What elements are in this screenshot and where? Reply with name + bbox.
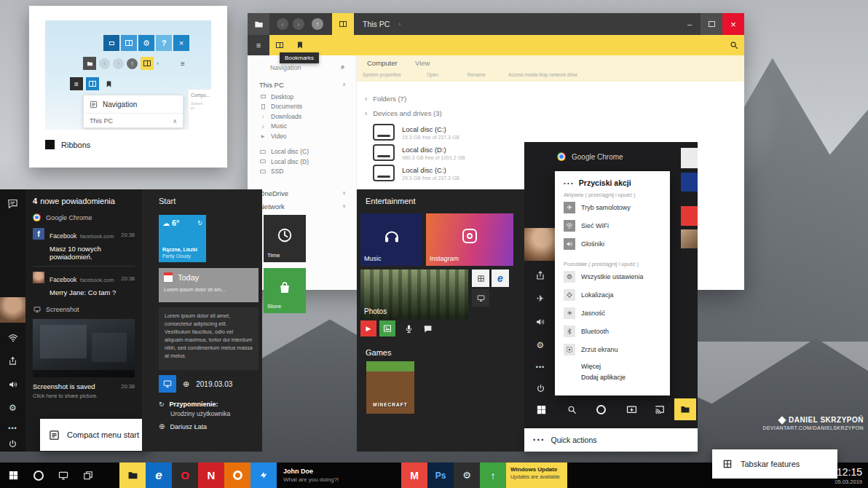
tabskar-card[interactable]: Tabskar features [712, 449, 837, 479]
up-button[interactable]: ↑ [312, 18, 323, 30]
airplane-icon[interactable]: ✈ [534, 293, 546, 304]
cortana-icon[interactable] [595, 404, 607, 415]
navigation-location[interactable]: This PC [90, 117, 113, 125]
menu-button[interactable]: ≡ [248, 35, 269, 55]
explorer-shortcut[interactable] [674, 398, 696, 420]
screenshot-thumbnail[interactable] [33, 319, 135, 377]
qa-speakers[interactable]: Głośniki [564, 235, 661, 253]
active-tab-icon[interactable] [332, 13, 354, 35]
notes-tile[interactable]: Lorem ipsum dolor sit amet, consectetur … [159, 307, 259, 370]
ribbon-action-map-network-drive[interactable]: Map network drive [539, 72, 577, 77]
qa-location[interactable]: Lokalizacja [564, 286, 661, 304]
pin-icon[interactable] [339, 64, 346, 71]
taskbar-gmail-button[interactable]: M [401, 463, 427, 488]
quick-actions-bar[interactable]: • • • Quick actions [524, 428, 698, 452]
taskbar-clock[interactable]: 12:15 05.03.2019 [835, 466, 868, 485]
cast-icon[interactable] [653, 403, 666, 416]
sidebar-item-documents[interactable]: Documents [248, 102, 356, 112]
gear-icon[interactable]: ⚙ [7, 402, 18, 413]
chevron-up-icon[interactable]: ∧ [173, 118, 177, 125]
ribbon-action-access-media[interactable]: Access media [508, 72, 537, 77]
taskbar-edge-button[interactable]: e [146, 463, 172, 488]
refresh-icon[interactable]: ↻ [197, 220, 202, 227]
notification-item[interactable]: Facebook facebook.com 20:38 Merry Jane: … [33, 272, 135, 296]
taskbar-messenger-button[interactable] [250, 463, 277, 488]
sidebar-item-downloads[interactable]: ↓Downloads [248, 111, 356, 122]
sidebar-section-onedrive[interactable]: OneDrive ∨ [248, 186, 356, 200]
add-icon[interactable]: ⊕ [183, 379, 189, 389]
reminder-tile[interactable]: ↻ Przypomnienie: Urodziny użytkownika ⊕ … [159, 401, 259, 430]
mic-button[interactable] [401, 320, 417, 337]
screenshot-saved-subtitle[interactable]: Click here to share picture. [33, 393, 135, 399]
minimize-button[interactable]: – [679, 13, 701, 35]
power-icon[interactable] [7, 438, 18, 449]
more-dots-icon[interactable]: ••• [533, 363, 548, 371]
add-apps-link[interactable]: Dodaj aplikacje [581, 374, 661, 381]
taskbar-update-icon[interactable]: ↑ [480, 463, 506, 488]
maximize-button[interactable] [701, 13, 722, 35]
start-button[interactable] [534, 403, 548, 416]
qa-bluetooth[interactable]: Bluetooth [564, 322, 661, 340]
ribbon-action-system-properties[interactable]: System properties [363, 72, 401, 77]
chat-button[interactable] [419, 320, 435, 337]
speaker-icon[interactable] [7, 379, 18, 390]
drive-item[interactable]: Local disc (C:)29.3 GB free of 237.3 GB [373, 165, 459, 181]
notification-item[interactable]: f Facebook facebook.com 20:38 Masz 10 no… [33, 228, 135, 261]
back-button[interactable]: ‹ [277, 18, 288, 30]
gear-icon[interactable]: ⚙ [534, 339, 546, 351]
sidebar-item-desktop[interactable]: Desktop [248, 92, 356, 102]
share-icon[interactable] [534, 269, 546, 281]
screenshot-saved-title[interactable]: Screenshot is saved [33, 382, 95, 390]
sidebar-section-this-pc[interactable]: This PC ∧ [248, 77, 356, 92]
drive-item[interactable]: Local disc (C:)15.3 GB free of 237.3 GB [373, 124, 459, 141]
add-icon[interactable]: ⊕ [159, 422, 165, 430]
ribbon-tab-computer[interactable]: Computer [367, 59, 398, 67]
user-avatar[interactable] [0, 297, 25, 323]
messenger-status-area[interactable]: John Doe What are you doing?! [283, 468, 339, 483]
power-icon[interactable] [534, 382, 546, 394]
breadcrumb[interactable]: This PC [363, 20, 390, 28]
more-link[interactable]: Więcej [581, 363, 661, 370]
screen-app-tile[interactable] [472, 289, 489, 307]
more-dots-icon[interactable]: ••• [6, 424, 20, 433]
minecraft-tile[interactable]: MINECRAFT [366, 361, 414, 414]
edge-app-tile[interactable]: e [492, 269, 509, 287]
drives-group-header[interactable]: ∧ Devices and drives (3) [364, 109, 442, 117]
compact-start-label[interactable]: Compact menu start [40, 419, 149, 451]
close-button[interactable]: × [722, 13, 744, 35]
taskbar-netflix-button[interactable]: N [198, 463, 224, 488]
folders-group-header[interactable]: ∨ Folders (7) [364, 95, 406, 103]
sidebar-item-music[interactable]: ♪Music [248, 122, 356, 132]
video-app-tile[interactable]: ▶ [360, 320, 376, 337]
search-icon[interactable] [565, 403, 578, 416]
start-button[interactable] [0, 463, 26, 488]
qa-all-settings[interactable]: ⚙Wszystkie ustawienia [564, 267, 661, 286]
windows-update-tile[interactable]: Windows Update Updates are available [506, 463, 567, 488]
instagram-tile[interactable]: Instagram [426, 213, 513, 266]
calendar-date-tile[interactable]: ⊕ 2019.03.03 [159, 375, 232, 393]
store-tile[interactable]: Store [264, 268, 306, 313]
photos-tile[interactable]: Photos [360, 269, 468, 319]
today-tile[interactable]: Today Lorem ipsum dolor sit am... [159, 268, 259, 302]
taskbar-browser-button[interactable] [224, 463, 250, 488]
forward-button[interactable]: › [293, 18, 304, 30]
taskview-button[interactable] [76, 463, 100, 488]
qa-airplane-mode[interactable]: ✈Tryb samolotowy [564, 198, 661, 216]
weather-tile[interactable]: ☁6° ↻ Rączna, Liszki Partly Cloudy [159, 215, 206, 262]
wifi-icon[interactable] [7, 332, 18, 343]
sidebar-item-video[interactable]: ▶Video [248, 131, 356, 141]
qa-wifi[interactable]: Sieć WiFi [564, 216, 661, 235]
cortana-button[interactable] [26, 463, 51, 488]
photo-app-tile[interactable] [379, 320, 395, 337]
sidebar-section-network[interactable]: Network ∨ [248, 200, 356, 213]
sidebar-item-ssd[interactable]: SSD [248, 167, 356, 177]
qa-brightness[interactable]: ☀Jasność [564, 304, 661, 322]
search-button[interactable] [724, 35, 744, 55]
taskbar-opera-button[interactable]: O [172, 463, 198, 488]
ribbon-action-rename[interactable]: Rename [467, 72, 486, 77]
profile-avatar[interactable] [524, 228, 557, 261]
taskbar-settings-button[interactable]: ⚙ [454, 463, 480, 488]
drive-item[interactable]: Local disc (D:)980.3 GB free of 1001.2 G… [373, 144, 465, 161]
speaker-icon[interactable] [534, 316, 546, 328]
time-tile[interactable]: Time [264, 215, 306, 262]
